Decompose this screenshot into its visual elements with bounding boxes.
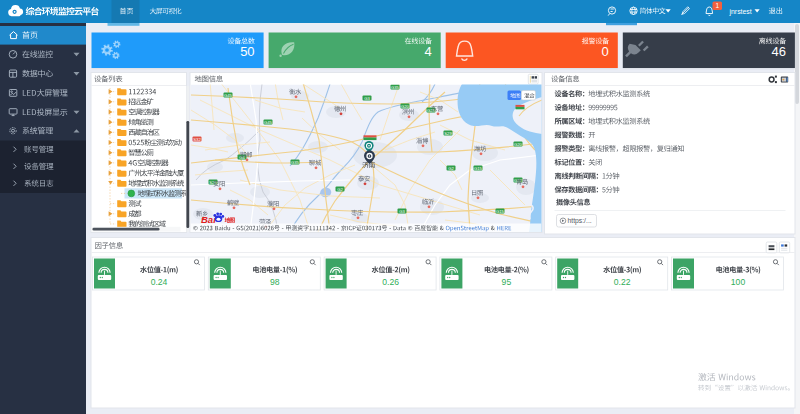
svg-text:0: 0 <box>602 44 609 59</box>
svg-text:100: 100 <box>731 277 746 287</box>
svg-text:G3: G3 <box>399 209 405 214</box>
svg-text:4: 4 <box>424 44 431 59</box>
svg-text:G20: G20 <box>401 104 410 109</box>
svg-text:95: 95 <box>502 277 512 287</box>
svg-text:G35: G35 <box>291 160 300 165</box>
svg-text:G2: G2 <box>448 166 454 171</box>
svg-text:50: 50 <box>240 44 254 59</box>
svg-text:G45: G45 <box>224 93 233 98</box>
svg-text:46: 46 <box>771 44 785 59</box>
svg-text:0.22: 0.22 <box>614 277 631 287</box>
svg-text:S32: S32 <box>193 137 201 142</box>
svg-text:0.26: 0.26 <box>382 277 399 287</box>
svg-text:G15: G15 <box>496 209 505 214</box>
svg-text:G45: G45 <box>264 120 273 125</box>
svg-text:S26: S26 <box>209 180 217 185</box>
svg-text:G20: G20 <box>514 142 523 147</box>
svg-text:S29: S29 <box>444 131 452 136</box>
svg-text:G4: G4 <box>239 155 245 160</box>
svg-text:https:/...: https:/... <box>568 217 592 225</box>
svg-text:G3: G3 <box>364 96 370 101</box>
svg-text:G15: G15 <box>474 166 483 171</box>
svg-text:jnrstest: jnrstest <box>729 8 752 16</box>
svg-text:G2: G2 <box>337 187 343 192</box>
svg-text:1: 1 <box>715 2 719 9</box>
svg-text:0.24: 0.24 <box>151 277 168 287</box>
svg-text:98: 98 <box>270 277 280 287</box>
svg-text:G35: G35 <box>391 85 400 90</box>
